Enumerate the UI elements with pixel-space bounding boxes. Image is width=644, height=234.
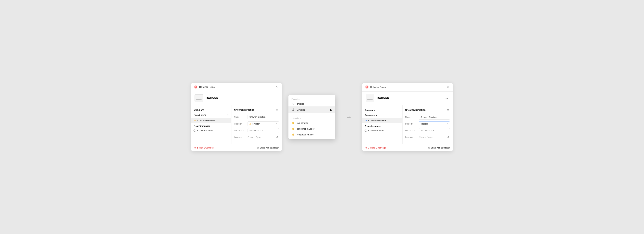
direction-icon — [292, 108, 295, 112]
panel-2: R Relay for Figma ✕ Balloon ⋯ Summary Pa… — [362, 83, 453, 151]
property-select-2[interactable]: Direction ▾ — [418, 122, 450, 126]
component-thumbnail-1 — [194, 94, 203, 102]
delete-button-2[interactable]: 🗑 — [446, 108, 450, 112]
property-label-1: Property — [234, 123, 248, 125]
property-select-1[interactable]: ⚠ direction ▾ — [248, 121, 279, 126]
share-button-2[interactable]: ⬡ Share with developer — [428, 147, 450, 149]
instance-field-label-2: Instance — [405, 136, 418, 138]
share-label-1: Share with developer — [260, 147, 279, 149]
dropdown-popup: Properties ↳ children Direction ▶ Intera… — [288, 95, 336, 139]
instance-field-row-2: Instance Chevron Symbol ⊕ — [405, 135, 450, 140]
dropdown-section-properties: Properties — [288, 96, 336, 101]
children-icon: ↳ — [292, 102, 295, 105]
param-item-chevron-direction-1[interactable]: ⚠ Chevron Direction — [191, 118, 231, 123]
sidebar-1: Summary Parameters + ⚠ Chevron Direction… — [191, 105, 232, 144]
dropdown-item-doubletap[interactable]: ✋ doubletap-handler — [288, 126, 336, 132]
component-name-1: Balloon — [206, 96, 218, 100]
name-field-row-1: Name — [234, 115, 279, 119]
relay-instances-title-2: Relay instances — [362, 123, 402, 128]
dropdown-area: Properties ↳ children Direction ▶ Intera… — [288, 95, 336, 139]
thumb-line-2-2 — [368, 98, 372, 98]
parameters-row-1: Parameters + — [191, 112, 231, 118]
diamond-icon-1 — [194, 129, 196, 132]
param-label-2: Chevron Direction — [368, 119, 386, 122]
app-title: Relay for Figma — [199, 86, 215, 88]
delete-button-1[interactable]: 🗑 — [275, 108, 279, 112]
property-field-row-2: Property Direction ▾ — [405, 122, 450, 126]
component-name-2: Balloon — [377, 96, 389, 100]
name-field-row-2: Name — [405, 115, 450, 120]
dropdown-item-longpress[interactable]: ✋ longpress-handler — [288, 132, 336, 138]
thumb-line-1 — [196, 97, 202, 97]
direction-label: Direction — [297, 108, 306, 111]
dropdown-item-children[interactable]: ↳ children — [288, 101, 336, 106]
param-item-chevron-direction-2[interactable]: ↺ Chevron Direction — [362, 118, 402, 123]
panel-body-2: Summary Parameters + ↺ Chevron Direction… — [362, 105, 453, 144]
panel-footer-1: ⊘ 1 error, 2 warnings ⬡ Share with devel… — [191, 144, 282, 151]
svg-text:✋: ✋ — [292, 127, 294, 130]
relay-instances-title-1: Relay instances — [191, 123, 231, 128]
footer-error-1: ⊘ 1 error, 2 warnings — [194, 147, 214, 149]
share-icon-2: ⬡ — [428, 147, 430, 149]
longpress-icon: ✋ — [292, 133, 295, 136]
doubletap-label: doubletap-handler — [297, 128, 314, 130]
property-value-2: Direction — [420, 123, 428, 125]
svg-text:✋: ✋ — [292, 133, 294, 136]
name-label-1: Name — [234, 116, 248, 118]
thumb-line-3 — [196, 99, 202, 100]
component-more-button-1[interactable]: ⋯ — [272, 96, 278, 101]
instance-row-1: Chevron Symbol ⊕ — [248, 135, 279, 140]
name-input-1[interactable] — [248, 115, 279, 119]
detail-pane-1: Chevron Direction 🗑 Name Property ⚠ dire… — [232, 105, 282, 144]
instance-field-label-1: Instance — [234, 136, 248, 138]
instance-label-1: Chevron Symbol — [197, 129, 213, 132]
svg-text:R: R — [195, 86, 196, 88]
panel-header-1: R Relay for Figma ✕ — [191, 83, 282, 91]
panel-1: R Relay for Figma ✕ Balloon ⋯ Summary Pa… — [191, 83, 282, 151]
error-icon-2: ⊘ — [365, 147, 367, 149]
detail-pane-2: Chevron Direction 🗑 Name Property Direct… — [402, 105, 453, 144]
dropdown-item-direction[interactable]: Direction ▶ — [288, 106, 336, 113]
detail-title-1: Chevron Direction — [234, 108, 254, 111]
close-button-2[interactable]: ✕ — [446, 85, 450, 89]
error-icon-1: ⊘ — [194, 147, 196, 149]
panel-header-2: R Relay for Figma ✕ — [362, 83, 453, 92]
select-chevron-icon-1: ▾ — [276, 123, 277, 125]
parameters-title-2: Parameters — [365, 114, 377, 116]
tap-icon: ✋ — [292, 121, 295, 124]
sidebar-2: Summary Parameters + ↺ Chevron Direction… — [362, 105, 402, 144]
thumb-line-2-3 — [367, 99, 373, 100]
summary-title-2: Summary — [362, 108, 402, 112]
description-input-1[interactable] — [248, 128, 279, 133]
dropdown-item-tap[interactable]: ✋ tap-handler — [288, 120, 336, 126]
parameters-title-1: Parameters — [194, 114, 206, 116]
relay-logo-icon-2: R — [365, 85, 368, 89]
tap-label: tap-handler — [297, 122, 308, 124]
name-input-2[interactable] — [418, 115, 450, 120]
add-parameter-button-2[interactable]: + — [398, 113, 400, 117]
share-button-1[interactable]: ⬡ Share with developer — [257, 147, 279, 149]
add-parameter-button-1[interactable]: + — [227, 113, 228, 117]
instance-row-2: Chevron Symbol ⊕ — [418, 135, 450, 140]
description-label-2: Description — [405, 130, 418, 132]
arrow-icon: → — [346, 114, 352, 120]
panel-body-1: Summary Parameters + ⚠ Chevron Direction… — [191, 105, 282, 144]
instance-item-2: Chevron Symbol — [362, 128, 402, 133]
share-label-2: Share with developer — [431, 147, 450, 149]
panel-footer-2: ⊘ 0 errors, 2 warnings ⬡ Share with deve… — [362, 144, 453, 151]
property-value-1: direction — [252, 123, 260, 125]
select-chevron-icon-2: ▾ — [448, 123, 448, 125]
instance-item-1: Chevron Symbol — [191, 128, 231, 133]
direction-param-icon-2: ↺ — [365, 119, 367, 122]
longpress-label: longpress-handler — [297, 134, 314, 136]
diamond-icon-2 — [364, 129, 368, 132]
warning-dot-1: ⚠ — [250, 122, 252, 125]
close-button[interactable]: ✕ — [274, 85, 279, 89]
description-input-2[interactable] — [418, 128, 450, 133]
component-more-button-2[interactable]: ⋯ — [443, 96, 450, 101]
crosshair-button-1[interactable]: ⊕ — [276, 135, 279, 140]
crosshair-button-2[interactable]: ⊕ — [446, 135, 450, 140]
property-field-row-1: Property ⚠ direction ▾ — [234, 121, 279, 126]
description-field-row-2: Description — [405, 128, 450, 133]
property-label-2: Property — [405, 123, 418, 125]
